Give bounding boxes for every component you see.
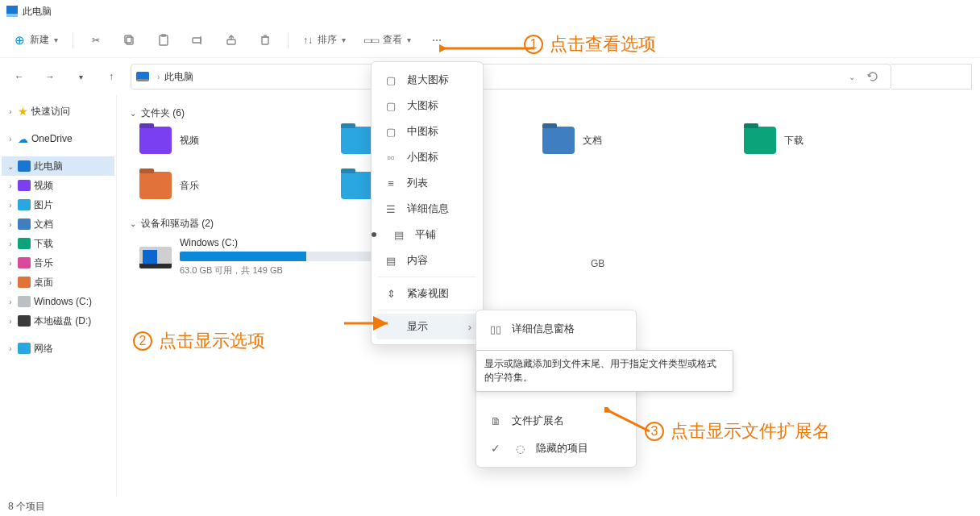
drive-icon <box>18 296 31 307</box>
svg-rect-2 <box>160 35 168 45</box>
annotation: 1点击查看选项 <box>524 32 656 56</box>
pc-icon <box>6 6 18 17</box>
sidebar-item-drive-c[interactable]: ›Windows (C:) <box>2 292 114 311</box>
chevron-right-icon: › <box>6 135 15 144</box>
folders-group-header[interactable]: ⌄ 文件夹 (6) <box>130 106 974 120</box>
network-icon <box>18 343 31 354</box>
menu-item-small-icons[interactable]: ▫▫小图标 <box>376 144 478 170</box>
list-item[interactable]: 音乐 <box>139 172 341 199</box>
menu-item-tiles[interactable]: ▤平铺 <box>376 222 478 248</box>
chevron-right-icon: › <box>6 220 15 229</box>
menu-item-medium-icons[interactable]: ▢中图标 <box>376 119 478 144</box>
rename-icon <box>191 34 204 47</box>
sidebar-item-thispc[interactable]: ⌄此电脑 <box>2 156 114 176</box>
menu-item-details[interactable]: ☰详细信息 <box>376 196 478 222</box>
cloud-icon: ☁ <box>18 133 28 145</box>
chevron-down-icon: ▾ <box>54 35 58 44</box>
drive-icon <box>18 315 31 327</box>
menu-item-compact[interactable]: ⇕紧凑视图 <box>376 281 478 306</box>
cut-button[interactable]: ✂ <box>80 27 112 53</box>
details-icon: ☰ <box>383 203 399 215</box>
svg-rect-4 <box>193 38 201 43</box>
list-item[interactable]: GB <box>462 237 720 277</box>
paste-icon <box>157 34 170 47</box>
large-icons-icon: ▢ <box>383 100 399 112</box>
documents-folder-icon <box>542 127 575 154</box>
list-item[interactable]: 文档 <box>542 127 744 154</box>
desktop-folder-icon <box>18 277 31 288</box>
sidebar-item-desktop[interactable]: ›桌面 <box>2 273 114 292</box>
delete-button[interactable] <box>249 27 281 53</box>
chevron-down-icon[interactable]: ⌄ <box>849 73 855 81</box>
desktop-folder-icon <box>341 172 373 199</box>
share-icon <box>225 34 238 47</box>
sidebar-item-documents[interactable]: ›文档 <box>2 214 114 234</box>
breadcrumb[interactable]: › 此电脑 ⌄ <box>131 64 891 89</box>
sidebar-item-label: 文档 <box>34 218 53 231</box>
star-icon: ★ <box>18 105 28 118</box>
list-icon: ≡ <box>383 177 399 189</box>
sidebar: ›★快速访问 ›☁OneDrive ⌄此电脑 ›视频 ›图片 ›文档 ›下载 ›… <box>0 95 117 497</box>
chevron-right-icon: › <box>6 278 15 287</box>
menu-item-show[interactable]: 显示› <box>376 314 478 339</box>
sidebar-item-label: 下载 <box>34 237 53 251</box>
menu-item-large-icons[interactable]: ▢大图标 <box>376 93 478 119</box>
view-context-menu: ▢超大图标 ▢大图标 ▢中图标 ▫▫小图标 ≡列表 ☰详细信息 ▤平铺 ▤内容 … <box>371 61 484 345</box>
annotation-arrow-icon <box>343 315 391 331</box>
view-button[interactable]: ▭▭ 查看 ▾ <box>355 27 419 53</box>
menu-label: 平铺 <box>415 227 436 242</box>
sidebar-item-label: 此电脑 <box>34 160 63 173</box>
status-bar: 8 个项目 <box>0 497 980 516</box>
rename-button[interactable] <box>181 27 214 53</box>
menu-item-content[interactable]: ▤内容 <box>376 248 478 273</box>
content-icon: ▤ <box>383 255 399 267</box>
annotation-arrow-icon <box>439 40 536 56</box>
search-input[interactable] <box>891 64 972 89</box>
sort-button[interactable]: ↑↓ 排序 ▾ <box>295 27 354 53</box>
sidebar-item-label: 图片 <box>34 198 53 212</box>
sidebar-item-music[interactable]: ›音乐 <box>2 253 114 273</box>
recent-button[interactable]: ▾ <box>69 65 92 88</box>
paste-button[interactable] <box>147 27 180 53</box>
refresh-button[interactable] <box>860 64 886 89</box>
sidebar-item-network[interactable]: ›网络 <box>2 339 114 358</box>
sidebar-item-videos[interactable]: ›视频 <box>2 176 114 195</box>
menu-item-details-pane[interactable]: ▯▯详细信息窗格 <box>481 315 631 343</box>
drive-tail-text: GB <box>591 258 604 269</box>
sidebar-item-label: 桌面 <box>34 276 53 289</box>
forward-button[interactable]: → <box>39 65 61 88</box>
sidebar-item-onedrive[interactable]: ›☁OneDrive <box>2 129 114 148</box>
copy-button[interactable] <box>114 27 146 53</box>
list-item[interactable]: 下载 <box>744 127 945 154</box>
sidebar-item-pictures[interactable]: ›图片 <box>2 195 114 214</box>
chevron-down-icon: ⌄ <box>130 109 136 118</box>
annotation-text: 点击显示文件扩展名 <box>671 419 830 443</box>
sidebar-item-quick[interactable]: ›★快速访问 <box>2 102 114 121</box>
chevron-down-icon: ▾ <box>342 35 346 44</box>
sidebar-item-label: 快速访问 <box>31 105 70 119</box>
menu-label: 小图标 <box>407 150 438 164</box>
refresh-icon <box>866 70 879 83</box>
list-item[interactable]: Windows (C:) 63.0 GB 可用，共 149 GB <box>139 237 397 277</box>
sidebar-item-label: 本地磁盘 (D:) <box>34 314 91 328</box>
menu-item-list[interactable]: ≡列表 <box>376 170 478 196</box>
new-button[interactable]: ⊕ 新建 ▾ <box>6 27 66 53</box>
share-button[interactable] <box>215 27 247 53</box>
back-button[interactable]: ← <box>8 65 31 88</box>
xl-icons-icon: ▢ <box>383 74 399 86</box>
up-button[interactable]: ↑ <box>100 65 122 88</box>
sidebar-item-label: Windows (C:) <box>34 296 92 307</box>
list-item[interactable]: 视频 <box>139 127 341 154</box>
devices-group-header[interactable]: ⌄ 设备和驱动器 (2) <box>130 217 974 231</box>
sort-label: 排序 <box>318 33 337 47</box>
sidebar-item-drive-d[interactable]: ›本地磁盘 (D:) <box>2 311 114 331</box>
view-icon: ▭▭ <box>363 35 378 46</box>
menu-item-hidden-items[interactable]: ✓◌隐藏的项目 <box>481 435 631 462</box>
chevron-right-icon: › <box>6 298 15 306</box>
window-title-bar: 此电脑 <box>0 0 980 23</box>
downloads-folder-icon <box>744 127 776 154</box>
menu-label: 大图标 <box>407 98 438 113</box>
menu-label: 列表 <box>407 176 428 190</box>
sidebar-item-downloads[interactable]: ›下载 <box>2 234 114 253</box>
menu-item-xl-icons[interactable]: ▢超大图标 <box>376 67 478 93</box>
